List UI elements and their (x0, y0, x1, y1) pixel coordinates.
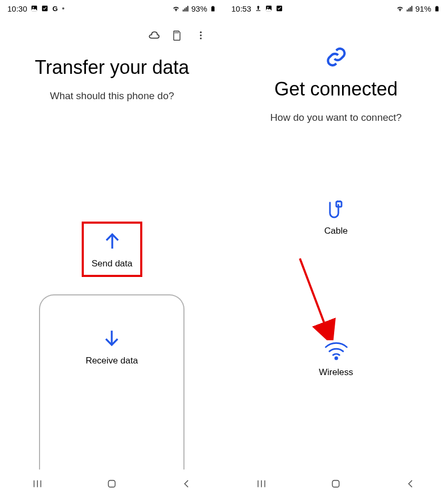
svg-point-23 (267, 7, 268, 8)
svg-point-1 (33, 7, 34, 8)
status-time: 10:53 (231, 4, 251, 13)
nav-bar (0, 470, 224, 498)
signal-icon (182, 5, 189, 12)
svg-rect-27 (410, 7, 411, 11)
status-battery-pct: 93% (191, 4, 207, 13)
toolbar (0, 17, 224, 49)
send-data-button[interactable]: Send data (82, 222, 142, 277)
svg-point-12 (200, 32, 201, 33)
arrow-down-icon (102, 327, 122, 349)
svg-rect-7 (211, 6, 215, 11)
checkbox-icon (276, 5, 283, 12)
svg-rect-20 (109, 481, 115, 487)
screen-get-connected: 10:53 91% G (224, 0, 448, 498)
cable-label: Cable (324, 226, 347, 236)
sd-card-icon[interactable] (171, 29, 184, 42)
gallery-icon (31, 5, 38, 12)
svg-point-14 (200, 37, 201, 39)
status-bar: 10:30 G 93% (0, 0, 224, 17)
screen-transfer-data: 10:30 G 93% (0, 0, 224, 498)
status-battery-pct: 91% (415, 4, 431, 13)
more-icon[interactable] (196, 29, 208, 42)
nav-bar (224, 470, 448, 498)
google-icon: G (52, 5, 59, 12)
back-button[interactable] (176, 473, 197, 494)
svg-rect-21 (256, 11, 260, 11)
page-subtitle: What should this phone do? (0, 90, 224, 102)
cloud-icon[interactable] (147, 29, 160, 42)
cable-button[interactable]: Cable (224, 200, 448, 236)
svg-rect-3 (183, 9, 184, 12)
page-title: Get connected (224, 78, 448, 100)
svg-rect-30 (436, 6, 438, 7)
svg-rect-39 (333, 481, 339, 487)
wifi-icon (172, 5, 180, 12)
status-time: 10:30 (7, 4, 27, 13)
svg-rect-6 (187, 6, 188, 12)
checkbox-icon (41, 5, 48, 12)
svg-rect-4 (184, 8, 186, 11)
wireless-button[interactable]: Wireless (224, 342, 448, 378)
home-button[interactable] (325, 473, 346, 494)
svg-line-35 (300, 258, 328, 334)
recents-button[interactable] (27, 473, 48, 494)
receive-data-button[interactable]: Receive data (39, 294, 184, 471)
status-bar: 10:53 91% (224, 0, 448, 17)
cable-icon (324, 200, 349, 219)
recents-button[interactable] (251, 473, 272, 494)
battery-icon (209, 5, 217, 12)
svg-rect-5 (186, 7, 187, 11)
svg-rect-8 (212, 6, 214, 7)
link-icon (325, 46, 347, 70)
svg-rect-29 (435, 6, 439, 11)
upload-icon (255, 5, 262, 12)
back-button[interactable] (400, 473, 421, 494)
wireless-label: Wireless (319, 367, 353, 378)
svg-point-34 (335, 357, 337, 359)
wifi-icon (396, 5, 404, 12)
gallery-icon (265, 5, 272, 12)
page-subtitle: How do you want to connect? (224, 112, 448, 123)
svg-point-13 (200, 34, 201, 36)
signal-icon (406, 5, 413, 12)
home-button[interactable] (101, 473, 122, 494)
send-data-label: Send data (92, 258, 133, 269)
svg-rect-26 (408, 8, 410, 11)
annotation-arrow (296, 256, 338, 340)
wireless-icon (324, 342, 349, 361)
svg-rect-28 (411, 6, 412, 12)
arrow-up-icon (102, 230, 122, 252)
svg-rect-25 (407, 9, 408, 12)
receive-data-label: Receive data (85, 356, 138, 366)
battery-icon (433, 5, 441, 12)
page-title: Transfer your data (0, 56, 224, 79)
dot-icon (62, 7, 64, 9)
